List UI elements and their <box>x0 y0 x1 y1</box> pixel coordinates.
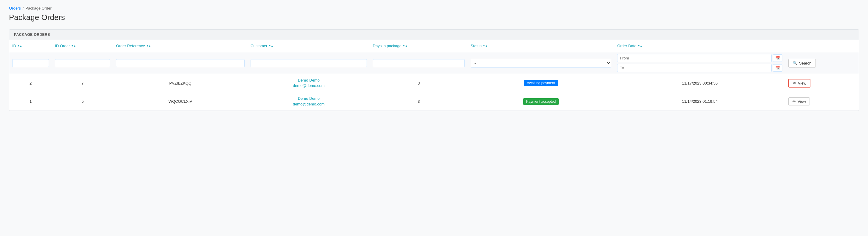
filter-date-cell: 📅 📅 <box>614 52 785 74</box>
th-id-label: ID <box>12 44 16 48</box>
card-header: PACKAGE ORDERS <box>9 30 859 40</box>
date-filter-container: 📅 📅 <box>617 54 782 72</box>
from-calendar-button[interactable]: 📅 <box>773 54 782 62</box>
cell-days: 3 <box>370 74 468 92</box>
to-calendar-button[interactable]: 📅 <box>773 64 782 72</box>
sort-id-icon[interactable]: ▼▲ <box>17 45 22 47</box>
filter-id-input[interactable] <box>12 59 49 67</box>
eye-icon: 👁 <box>793 81 797 85</box>
filter-actions-cell: 🔍 Search <box>785 52 859 74</box>
breadcrumb-current: Package Order <box>25 6 51 10</box>
cell-date: 11/14/2023 01:19:54 <box>614 92 785 110</box>
search-button-label: Search <box>799 61 811 65</box>
table-row: 2 7 PVZIBZKQQ Demo Demodemo@demo.com 3 A… <box>9 74 859 92</box>
th-days-label: Days in package <box>373 44 402 48</box>
th-ref-label: Order Reference <box>116 44 145 48</box>
filter-id-cell <box>9 52 52 74</box>
sort-idorder-icon[interactable]: ▼▲ <box>71 45 76 47</box>
filter-status-cell: - Awaiting payment Payment accepted <box>468 52 615 74</box>
filter-status-select[interactable]: - Awaiting payment Payment accepted <box>471 59 612 68</box>
search-icon: 🔍 <box>793 61 797 65</box>
th-idorder-label: ID Order <box>55 44 70 48</box>
eye-icon: 👁 <box>792 99 796 104</box>
cell-ref: WQCOCLXIV <box>113 92 248 110</box>
customer-name-link[interactable]: Demo Demodemo@demo.com <box>251 78 367 88</box>
cell-ref: PVZIBZKQQ <box>113 74 248 92</box>
th-actions <box>785 40 859 52</box>
cell-actions: 👁 View <box>785 92 859 110</box>
cell-id-order: 7 <box>52 74 113 92</box>
breadcrumb-separator: / <box>23 6 24 10</box>
cell-id-order: 5 <box>52 92 113 110</box>
table-wrapper: ID ▼▲ ID Order ▼▲ Order <box>9 40 859 111</box>
table-row: 1 5 WQCOCLXIV Demo Demodemo@demo.com 3 P… <box>9 92 859 110</box>
filter-from-input[interactable] <box>617 54 772 62</box>
th-id[interactable]: ID ▼▲ <box>9 40 52 52</box>
filter-ref-input[interactable] <box>116 59 245 67</box>
view-button-label: View <box>798 99 806 104</box>
view-button-label: View <box>798 81 806 85</box>
th-customer[interactable]: Customer ▼▲ <box>248 40 370 52</box>
th-id-order[interactable]: ID Order ▼▲ <box>52 40 113 52</box>
orders-table: ID ▼▲ ID Order ▼▲ Order <box>9 40 859 111</box>
from-date-wrap: 📅 <box>617 54 782 62</box>
filter-customer-input[interactable] <box>251 59 367 67</box>
sort-status-icon[interactable]: ▼▲ <box>483 45 488 47</box>
th-date-label: Order Date <box>617 44 636 48</box>
to-date-wrap: 📅 <box>617 64 782 72</box>
th-order-date[interactable]: Order Date ▼▲ <box>614 40 785 52</box>
breadcrumb-orders-link[interactable]: Orders <box>9 6 21 10</box>
cell-id: 1 <box>9 92 52 110</box>
page-title: Package Orders <box>9 13 859 22</box>
cell-customer: Demo Demodemo@demo.com <box>248 74 370 92</box>
filter-idorder-input[interactable] <box>55 59 110 67</box>
filter-idorder-cell <box>52 52 113 74</box>
sort-ref-icon[interactable]: ▼▲ <box>146 45 151 47</box>
filter-to-input[interactable] <box>617 64 772 72</box>
status-badge: Payment accepted <box>523 98 559 105</box>
sort-customer-icon[interactable]: ▼▲ <box>269 45 273 47</box>
package-orders-card: PACKAGE ORDERS ID ▼▲ ID Order <box>9 29 859 111</box>
cell-customer: Demo Demodemo@demo.com <box>248 92 370 110</box>
table-header-row: ID ▼▲ ID Order ▼▲ Order <box>9 40 859 52</box>
sort-days-icon[interactable]: ▼▲ <box>403 45 407 47</box>
cell-id: 2 <box>9 74 52 92</box>
cell-days: 3 <box>370 92 468 110</box>
filter-customer-cell <box>248 52 370 74</box>
cell-status: Payment accepted <box>468 92 615 110</box>
th-order-reference[interactable]: Order Reference ▼▲ <box>113 40 248 52</box>
customer-name-link[interactable]: Demo Demodemo@demo.com <box>251 96 367 107</box>
view-button[interactable]: 👁 View <box>788 97 810 105</box>
status-badge: Awaiting payment <box>524 80 558 86</box>
filter-ref-cell <box>113 52 248 74</box>
cell-status: Awaiting payment <box>468 74 615 92</box>
th-status-label: Status <box>471 44 482 48</box>
cell-actions: 👁 View <box>785 74 859 92</box>
th-status[interactable]: Status ▼▲ <box>468 40 615 52</box>
th-customer-label: Customer <box>251 44 267 48</box>
th-days-in-package[interactable]: Days in package ▼▲ <box>370 40 468 52</box>
search-button[interactable]: 🔍 Search <box>788 59 816 68</box>
cell-date: 11/17/2023 00:34:56 <box>614 74 785 92</box>
filter-days-cell <box>370 52 468 74</box>
filter-row: - Awaiting payment Payment accepted 📅 <box>9 52 859 74</box>
filter-days-input[interactable] <box>373 59 465 67</box>
view-button[interactable]: 👁 View <box>788 79 810 87</box>
sort-date-icon[interactable]: ▼▲ <box>638 45 643 47</box>
breadcrumb: Orders / Package Order <box>9 6 859 10</box>
table-body: 2 7 PVZIBZKQQ Demo Demodemo@demo.com 3 A… <box>9 74 859 111</box>
